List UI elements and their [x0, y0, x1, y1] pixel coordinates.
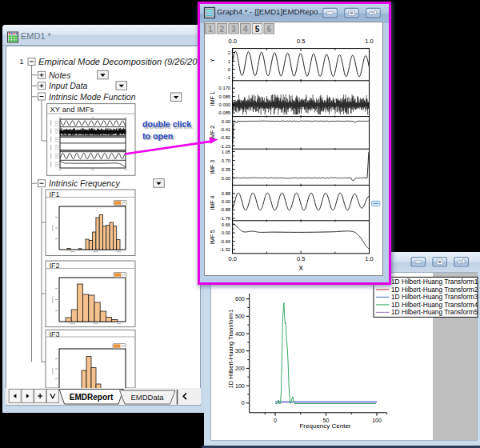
svg-text:1D Hilbert-Huang Transform3: 1D Hilbert-Huang Transform3 [391, 293, 478, 301]
svg-text:600: 600 [235, 296, 245, 302]
svg-text:2: 2 [220, 25, 225, 34]
svg-text:1D Hilbert-Huang Transform5: 1D Hilbert-Huang Transform5 [391, 308, 478, 316]
svg-text:IMF 2: IMF 2 [210, 126, 216, 140]
svg-text:IMF 1: IMF 1 [210, 91, 216, 106]
svg-text:500: 500 [235, 314, 245, 319]
svg-text:X: X [298, 264, 303, 272]
svg-text:-1: -1 [226, 75, 230, 80]
svg-text:1.0: 1.0 [365, 255, 373, 262]
svg-text:0.000: 0.000 [219, 102, 231, 107]
svg-text:1D Hilbert-Huang Transform2: 1D Hilbert-Huang Transform2 [391, 286, 478, 294]
svg-text:100: 100 [372, 418, 382, 423]
svg-text:-0.66: -0.66 [220, 239, 230, 244]
svg-text:5: 5 [255, 25, 260, 34]
svg-text:1.05: 1.05 [222, 150, 230, 154]
svg-text:-1.76: -1.76 [220, 216, 230, 221]
svg-text:1: 1 [208, 25, 213, 34]
svg-text:300: 300 [235, 348, 245, 354]
svg-text:2: 2 [228, 50, 230, 55]
svg-text:0.70: 0.70 [222, 158, 230, 163]
svg-text:1.0: 1.0 [365, 38, 373, 45]
svg-text:400: 400 [235, 331, 245, 337]
svg-text:EMDReport: EMDReport [70, 393, 114, 402]
svg-text:0.66: 0.66 [222, 222, 230, 227]
svg-text:-0.82: -0.82 [220, 135, 230, 140]
svg-text:-1.32: -1.32 [220, 247, 230, 252]
svg-text:3: 3 [231, 25, 236, 34]
svg-text:0.5: 0.5 [297, 255, 305, 262]
svg-text:0.00: 0.00 [222, 199, 230, 204]
svg-text:0.0: 0.0 [228, 38, 236, 45]
svg-text:-0.41: -0.41 [220, 127, 230, 132]
svg-text:100: 100 [235, 383, 245, 389]
svg-text:-1.23: -1.23 [220, 144, 230, 149]
svg-text:200: 200 [235, 366, 245, 371]
svg-text:EMDData: EMDData [130, 393, 164, 402]
svg-text:0.00: 0.00 [222, 230, 230, 235]
svg-text:0.88: 0.88 [222, 191, 230, 196]
svg-text:1D Hilbert-Huang Transform1: 1D Hilbert-Huang Transform1 [391, 278, 478, 286]
svg-text:IMF 4: IMF 4 [210, 196, 216, 210]
svg-text:0.00: 0.00 [222, 119, 230, 124]
svg-text:Y: Y [210, 58, 216, 62]
svg-text:1D Hilbert-Huang Transform4: 1D Hilbert-Huang Transform4 [391, 301, 478, 309]
svg-text:-0.88: -0.88 [220, 207, 230, 212]
svg-text:1D Hilbert-Huang Transform1: 1D Hilbert-Huang Transform1 [227, 309, 234, 388]
svg-text:1: 1 [228, 59, 230, 64]
svg-text:-0.085: -0.085 [218, 110, 230, 115]
svg-text:0.35: 0.35 [222, 167, 230, 172]
svg-text:0.0: 0.0 [228, 255, 236, 262]
svg-text:0.085: 0.085 [219, 94, 231, 99]
svg-text:0.170: 0.170 [219, 86, 231, 90]
svg-text:Frequency Center: Frequency Center [299, 422, 350, 430]
svg-text:6: 6 [266, 25, 271, 34]
svg-text:0.00: 0.00 [222, 176, 230, 181]
svg-text:0: 0 [228, 67, 230, 72]
svg-text:IMF 3: IMF 3 [210, 160, 216, 174]
svg-text:0: 0 [274, 418, 277, 423]
svg-text:0: 0 [242, 400, 245, 406]
svg-text:IMF 5: IMF 5 [210, 230, 216, 244]
svg-text:4: 4 [243, 25, 248, 34]
svg-text:0.5: 0.5 [297, 38, 305, 45]
